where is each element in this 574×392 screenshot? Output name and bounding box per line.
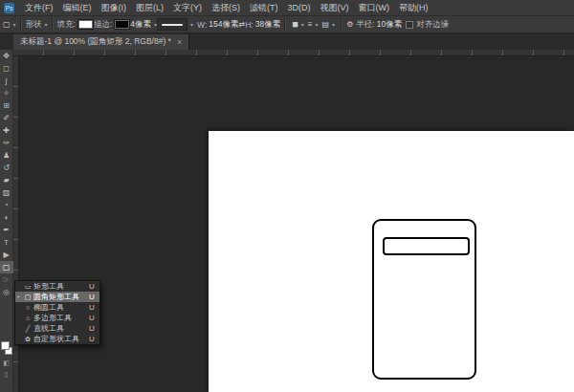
clone-stamp-tool[interactable]: ♟ (0, 149, 13, 162)
align-edges-label: 对齐边缘 (416, 19, 449, 31)
menu-edit[interactable]: 编辑(E) (58, 0, 97, 16)
separator (341, 18, 342, 31)
chevron-down-icon: ▾ (13, 21, 16, 28)
path-operations-button[interactable]: ◼ ▾ (290, 19, 306, 30)
inner-rounded-rectangle-shape (383, 237, 470, 255)
photoshop-logo-icon: Ps (4, 3, 14, 13)
radius-field[interactable]: 半径: 10像素 (356, 19, 402, 31)
menu-layer[interactable]: 图层(L) (131, 0, 168, 16)
menu-select[interactable]: 选择(S) (207, 0, 245, 16)
quick-mask-button[interactable]: ◧ (0, 358, 13, 369)
menu-3d[interactable]: 3D(D) (283, 0, 316, 16)
flyout-item-custom-shape-tool[interactable]: ✿ 自定形状工具 U (15, 334, 99, 344)
flyout-item-label: 多边形工具 (33, 313, 89, 323)
flyout-item-ellipse-tool[interactable]: ○ 椭圆工具 U (15, 302, 99, 313)
shortcut-key: U (89, 282, 99, 291)
fill-control[interactable]: 填充: (57, 19, 94, 31)
hand-tool[interactable]: ☞ (0, 273, 13, 286)
tool-mode-value: 形状 (26, 19, 42, 31)
menu-file[interactable]: 文件(F) (20, 0, 58, 16)
flyout-item-rectangle-tool[interactable]: ▭ 矩形工具 U (15, 281, 99, 292)
h-value: 38像素 (255, 19, 280, 31)
menu-help[interactable]: 帮助(H) (394, 0, 433, 16)
menu-image[interactable]: 图像(I) (97, 0, 132, 16)
horizontal-ruler (13, 50, 574, 56)
lasso-tool[interactable]: ʃ (0, 75, 13, 87)
stroke-width-field[interactable]: 4像素 ▾ (130, 19, 157, 31)
menu-filter[interactable]: 滤镜(T) (245, 0, 283, 16)
flyout-item-label: 椭圆工具 (33, 302, 89, 313)
crop-tool[interactable]: ⊞ (0, 99, 13, 112)
document-tab[interactable]: 未标题-1 @ 100% (圆角矩形 2, RGB/8#) * × (13, 34, 189, 50)
stroke-line-preview-icon (157, 18, 188, 31)
screen-mode-button[interactable]: ▯ (0, 369, 13, 381)
chevron-down-icon: ▾ (301, 21, 304, 28)
fill-label: 填充: (57, 19, 76, 31)
menu-type[interactable]: 文字(Y) (168, 0, 207, 16)
line-icon: ╱ (22, 325, 33, 333)
type-tool[interactable]: T (0, 236, 13, 249)
stroke-label: 描边: (94, 19, 112, 31)
shortcut-key: U (89, 324, 99, 333)
stroke-control[interactable]: 描边: (94, 19, 130, 31)
fill-swatch[interactable] (77, 19, 94, 30)
align-edges-checkbox[interactable] (406, 21, 413, 29)
dodge-tool[interactable]: ◖ (0, 211, 13, 224)
stroke-swatch[interactable] (114, 19, 130, 30)
separator (52, 18, 54, 31)
height-field[interactable]: H: 38像素 (245, 19, 280, 31)
color-swatches[interactable] (0, 340, 13, 358)
gradient-tool[interactable]: ▨ (0, 186, 13, 199)
flyout-item-polygon-tool[interactable]: ⌂ 多边形工具 U (15, 313, 99, 323)
healing-brush-tool[interactable]: ✚ (0, 124, 13, 137)
quick-selection-tool[interactable]: ✧ (0, 87, 13, 99)
stroke-width-value: 4像素 (130, 19, 151, 31)
tool-options-bar: ▢ ▾ 形状 ▾ 填充: 描边: 4像素 ▾ ▾ W: 154像素 ⇄ H: 3… (0, 16, 574, 33)
path-alignment-button[interactable]: ≡ ▾ (306, 19, 320, 30)
pen-tool[interactable]: ✒ (0, 224, 13, 236)
move-tool[interactable]: ✥ (0, 50, 13, 62)
menu-window[interactable]: 窗口(W) (354, 0, 395, 16)
marquee-tool[interactable]: ◻ (0, 62, 13, 75)
geometry-options-gear-icon[interactable]: ⚙ (346, 20, 353, 29)
menu-view[interactable]: 视图(V) (316, 0, 354, 16)
brush-tool[interactable]: ✑ (0, 137, 13, 149)
document-tab-bar: 未标题-1 @ 100% (圆角矩形 2, RGB/8#) * × (0, 34, 574, 51)
flyout-item-label: 矩形工具 (33, 281, 89, 292)
tool-preset-picker[interactable]: ▢ ▾ (3, 20, 16, 29)
w-label: W: (197, 20, 207, 30)
selected-marker: ▪ (15, 292, 22, 302)
radius-label: 半径: (356, 19, 374, 31)
shape-tool-flyout-menu: ▭ 矩形工具 U ▪ ▢ 圆角矩形工具 U ○ 椭圆工具 U ⌂ 多边形工具 U… (14, 280, 100, 345)
zoom-tool[interactable]: ◎ (0, 286, 13, 298)
tab-close-icon[interactable]: × (177, 38, 182, 47)
foreground-color-swatch[interactable] (1, 341, 10, 350)
shortcut-key: U (89, 293, 99, 301)
link-dimensions-icon[interactable]: ⇄ (239, 20, 246, 29)
flyout-item-line-tool[interactable]: ╱ 直线工具 U (15, 323, 99, 334)
path-arrange-button[interactable]: ▤ ▾ (320, 19, 338, 30)
path-alignment-icon: ≡ (308, 20, 313, 29)
rounded-rect-preset-icon: ▢ (3, 20, 11, 29)
width-field[interactable]: W: 154像素 (197, 19, 238, 31)
path-selection-tool[interactable]: ▶ (0, 249, 13, 261)
chevron-down-icon: ▾ (332, 21, 335, 28)
shape-tool[interactable]: ▢ (0, 261, 13, 273)
rectangle-icon: ▭ (22, 283, 33, 291)
history-brush-tool[interactable]: ↺ (0, 162, 13, 174)
shortcut-key: U (89, 335, 99, 343)
chevron-down-icon: ▾ (190, 21, 193, 28)
eyedropper-tool[interactable]: ✐ (0, 112, 13, 124)
separator (284, 18, 286, 31)
polygon-icon: ⌂ (22, 315, 33, 321)
flyout-item-label: 自定形状工具 (33, 334, 89, 344)
flyout-item-rounded-rectangle-tool[interactable]: ▪ ▢ 圆角矩形工具 U (15, 292, 99, 302)
path-operations-icon: ◼ (292, 20, 298, 29)
stroke-style-picker[interactable]: ▾ (157, 18, 193, 31)
tool-mode-dropdown[interactable]: 形状 ▾ (26, 19, 48, 31)
rounded-rectangle-icon: ▢ (22, 294, 33, 301)
document-canvas[interactable] (209, 131, 574, 392)
eraser-tool[interactable]: ▰ (0, 174, 13, 186)
blur-tool[interactable]: ◔ (0, 199, 13, 211)
chevron-down-icon: ▾ (45, 21, 48, 28)
